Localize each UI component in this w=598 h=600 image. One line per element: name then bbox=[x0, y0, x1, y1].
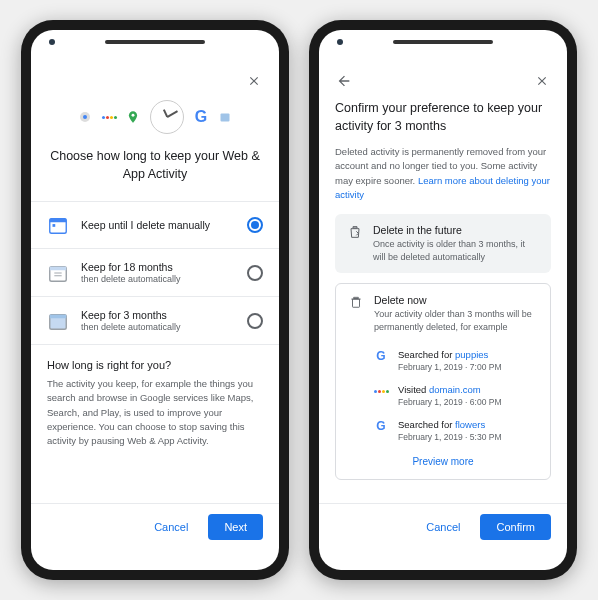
assistant-icon bbox=[102, 110, 116, 124]
svg-rect-3 bbox=[221, 114, 230, 122]
activity-link[interactable]: puppies bbox=[455, 349, 488, 360]
phone-left: G Choose how long to keep your Web & App… bbox=[21, 20, 289, 580]
auto-delete-icon bbox=[347, 224, 363, 240]
retention-options: Keep until I delete manually Keep for 18… bbox=[31, 201, 279, 345]
cancel-button[interactable]: Cancel bbox=[422, 515, 464, 539]
activity-time: February 1, 2019 · 6:00 PM bbox=[398, 397, 538, 407]
google-icon: G bbox=[194, 110, 208, 124]
screen-right: Confirm your preference to keep your act… bbox=[319, 30, 567, 570]
option-label: Keep until I delete manually bbox=[81, 219, 235, 231]
phone-right: Confirm your preference to keep your act… bbox=[309, 20, 577, 580]
chrome-icon bbox=[78, 110, 92, 124]
radio-selected[interactable] bbox=[247, 217, 263, 233]
page-title: Confirm your preference to keep your act… bbox=[335, 100, 551, 135]
calendar-18mo-icon bbox=[47, 262, 69, 284]
calendar-manual-icon bbox=[47, 214, 69, 236]
card-subtitle: Once activity is older than 3 months, it… bbox=[373, 238, 539, 263]
activity-link[interactable]: domain.com bbox=[429, 384, 481, 395]
svg-point-2 bbox=[132, 114, 135, 117]
page-title: Choose how long to keep your Web & App A… bbox=[47, 148, 263, 183]
preview-more-button[interactable]: Preview more bbox=[348, 448, 538, 469]
next-button[interactable]: Next bbox=[208, 514, 263, 540]
option-sublabel: then delete automatically bbox=[81, 274, 235, 284]
calendar-icon bbox=[218, 110, 232, 124]
svg-rect-8 bbox=[50, 266, 67, 270]
info-section: How long is right for you? The activity … bbox=[47, 345, 263, 466]
footer: Cancel Next bbox=[31, 503, 279, 550]
page-subtext: Deleted activity is permanently removed … bbox=[335, 145, 551, 202]
delete-now-card: Delete now Your activity older than 3 mo… bbox=[335, 283, 551, 480]
activity-item: G Searched for puppies February 1, 2019 … bbox=[348, 343, 538, 378]
card-title: Delete in the future bbox=[373, 224, 539, 236]
activity-time: February 1, 2019 · 5:30 PM bbox=[398, 432, 538, 442]
back-icon[interactable] bbox=[335, 72, 353, 90]
confirm-button[interactable]: Confirm bbox=[480, 514, 551, 540]
activity-time: February 1, 2019 · 7:00 PM bbox=[398, 362, 538, 372]
option-keep-3mo[interactable]: Keep for 3 months then delete automatica… bbox=[31, 297, 279, 345]
option-sublabel: then delete automatically bbox=[81, 322, 235, 332]
card-subtitle: Your activity older than 3 months will b… bbox=[374, 308, 538, 333]
delete-future-card: Delete in the future Once activity is ol… bbox=[335, 214, 551, 273]
svg-rect-6 bbox=[53, 224, 56, 227]
option-label: Keep for 3 months bbox=[81, 309, 235, 321]
activity-link[interactable]: flowers bbox=[455, 419, 485, 430]
card-title: Delete now bbox=[374, 294, 538, 306]
calendar-3mo-icon bbox=[47, 310, 69, 332]
footer: Cancel Confirm bbox=[319, 503, 567, 550]
option-keep-18mo[interactable]: Keep for 18 months then delete automatic… bbox=[31, 249, 279, 297]
google-g-icon: G bbox=[374, 349, 388, 363]
radio-unselected[interactable] bbox=[247, 313, 263, 329]
hero-icons: G bbox=[47, 100, 263, 134]
maps-icon bbox=[126, 110, 140, 124]
option-label: Keep for 18 months bbox=[81, 261, 235, 273]
google-g-icon: G bbox=[374, 419, 388, 433]
screen-left: G Choose how long to keep your Web & App… bbox=[31, 30, 279, 570]
svg-rect-12 bbox=[50, 314, 67, 318]
topbar bbox=[335, 72, 551, 90]
svg-point-1 bbox=[83, 115, 87, 119]
activity-item: Visited domain.com February 1, 2019 · 6:… bbox=[348, 378, 538, 413]
info-title: How long is right for you? bbox=[47, 359, 263, 371]
radio-unselected[interactable] bbox=[247, 265, 263, 281]
topbar bbox=[47, 72, 263, 90]
info-body: The activity you keep, for example the t… bbox=[47, 377, 263, 448]
activity-item: G Searched for flowers February 1, 2019 … bbox=[348, 413, 538, 448]
assistant-icon bbox=[374, 384, 388, 398]
close-icon[interactable] bbox=[245, 72, 263, 90]
svg-rect-5 bbox=[50, 219, 67, 223]
option-keep-manual[interactable]: Keep until I delete manually bbox=[31, 202, 279, 249]
clock-icon bbox=[150, 100, 184, 134]
close-icon[interactable] bbox=[533, 72, 551, 90]
cancel-button[interactable]: Cancel bbox=[150, 515, 192, 539]
trash-icon bbox=[348, 294, 364, 310]
